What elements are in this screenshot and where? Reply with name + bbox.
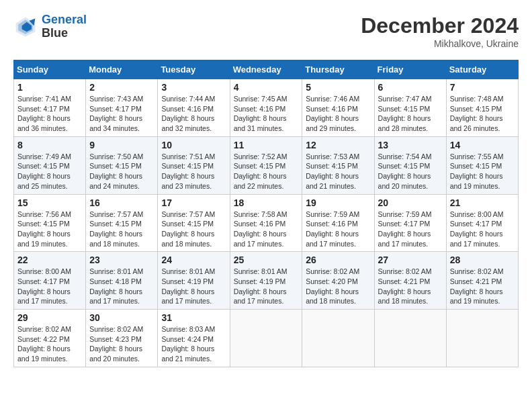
calendar-week-row: 22Sunrise: 8:00 AMSunset: 4:17 PMDayligh… [14, 252, 519, 310]
day-number: 15 [17, 197, 82, 208]
calendar-cell: 19Sunrise: 7:59 AMSunset: 4:16 PMDayligh… [302, 194, 374, 252]
day-info: Sunrise: 7:53 AMSunset: 4:15 PMDaylight:… [306, 152, 370, 191]
calendar-cell: 4Sunrise: 7:45 AMSunset: 4:16 PMDaylight… [230, 79, 302, 137]
day-info: Sunrise: 8:00 AMSunset: 4:17 PMDaylight:… [17, 267, 82, 306]
weekday-header: Sunday [14, 60, 86, 79]
title-block: December 2024 Mikhalkove, Ukraine [361, 13, 519, 49]
day-number: 4 [234, 82, 299, 93]
calendar-cell: 2Sunrise: 7:43 AMSunset: 4:17 PMDaylight… [86, 79, 158, 137]
day-number: 5 [306, 82, 370, 93]
day-number: 31 [161, 312, 226, 323]
page-header: General Blue December 2024 Mikhalkove, U… [13, 13, 519, 49]
day-number: 13 [378, 140, 443, 150]
day-number: 3 [161, 82, 226, 93]
calendar-cell: 1Sunrise: 7:41 AMSunset: 4:17 PMDaylight… [14, 79, 86, 137]
day-info: Sunrise: 7:57 AMSunset: 4:15 PMDaylight:… [161, 210, 226, 249]
day-number: 25 [234, 255, 299, 265]
month-title: December 2024 [361, 13, 519, 38]
calendar-cell: 20Sunrise: 7:59 AMSunset: 4:17 PMDayligh… [374, 194, 446, 252]
calendar-cell: 27Sunrise: 8:02 AMSunset: 4:21 PMDayligh… [374, 252, 446, 310]
calendar-cell: 7Sunrise: 7:48 AMSunset: 4:15 PMDaylight… [446, 79, 518, 137]
day-info: Sunrise: 8:00 AMSunset: 4:17 PMDaylight:… [450, 210, 515, 249]
day-info: Sunrise: 7:59 AMSunset: 4:17 PMDaylight:… [378, 210, 443, 249]
logo: General Blue [13, 13, 87, 40]
day-info: Sunrise: 7:54 AMSunset: 4:15 PMDaylight:… [378, 152, 443, 191]
calendar-cell: 6Sunrise: 7:47 AMSunset: 4:15 PMDaylight… [374, 79, 446, 137]
calendar-cell: 15Sunrise: 7:56 AMSunset: 4:15 PMDayligh… [14, 194, 86, 252]
location-subtitle: Mikhalkove, Ukraine [361, 38, 519, 49]
calendar-cell: 26Sunrise: 8:02 AMSunset: 4:20 PMDayligh… [302, 252, 374, 310]
day-number: 24 [161, 255, 226, 265]
day-info: Sunrise: 7:51 AMSunset: 4:15 PMDaylight:… [161, 152, 226, 191]
calendar-cell: 5Sunrise: 7:46 AMSunset: 4:16 PMDaylight… [302, 79, 374, 137]
day-number: 7 [450, 82, 515, 93]
calendar-week-row: 8Sunrise: 7:49 AMSunset: 4:15 PMDaylight… [14, 136, 519, 194]
day-number: 21 [450, 197, 515, 208]
calendar-cell: 22Sunrise: 8:00 AMSunset: 4:17 PMDayligh… [14, 252, 86, 310]
day-number: 22 [17, 255, 82, 265]
day-info: Sunrise: 7:50 AMSunset: 4:15 PMDaylight:… [89, 152, 154, 191]
day-info: Sunrise: 8:01 AMSunset: 4:19 PMDaylight:… [161, 267, 226, 306]
day-number: 20 [378, 197, 443, 208]
day-info: Sunrise: 8:02 AMSunset: 4:21 PMDaylight:… [378, 267, 443, 306]
day-info: Sunrise: 7:46 AMSunset: 4:16 PMDaylight:… [306, 94, 370, 134]
weekday-header: Thursday [302, 60, 374, 79]
calendar-cell: 24Sunrise: 8:01 AMSunset: 4:19 PMDayligh… [158, 252, 230, 310]
day-number: 14 [450, 140, 515, 150]
calendar-cell: 31Sunrise: 8:03 AMSunset: 4:24 PMDayligh… [158, 310, 230, 367]
day-number: 11 [234, 140, 299, 150]
day-number: 16 [89, 197, 154, 208]
day-info: Sunrise: 8:02 AMSunset: 4:22 PMDaylight:… [17, 324, 82, 364]
day-info: Sunrise: 7:56 AMSunset: 4:15 PMDaylight:… [17, 210, 82, 249]
calendar-cell: 30Sunrise: 8:02 AMSunset: 4:23 PMDayligh… [86, 310, 158, 367]
calendar-cell: 13Sunrise: 7:54 AMSunset: 4:15 PMDayligh… [374, 136, 446, 194]
logo-line1: General [42, 13, 87, 26]
calendar-cell [374, 310, 446, 367]
calendar-cell: 21Sunrise: 8:00 AMSunset: 4:17 PMDayligh… [446, 194, 518, 252]
calendar-cell: 25Sunrise: 8:01 AMSunset: 4:19 PMDayligh… [230, 252, 302, 310]
day-info: Sunrise: 7:48 AMSunset: 4:15 PMDaylight:… [450, 94, 515, 134]
day-number: 28 [450, 255, 515, 265]
day-number: 23 [89, 255, 154, 265]
day-number: 30 [89, 312, 154, 323]
day-info: Sunrise: 7:47 AMSunset: 4:15 PMDaylight:… [378, 94, 443, 134]
calendar-week-row: 1Sunrise: 7:41 AMSunset: 4:17 PMDaylight… [14, 79, 519, 137]
calendar-cell: 11Sunrise: 7:52 AMSunset: 4:15 PMDayligh… [230, 136, 302, 194]
day-info: Sunrise: 8:02 AMSunset: 4:20 PMDaylight:… [306, 267, 370, 306]
logo-icon [13, 15, 38, 39]
day-info: Sunrise: 7:59 AMSunset: 4:16 PMDaylight:… [306, 210, 370, 249]
day-number: 29 [17, 312, 82, 323]
calendar-cell [230, 310, 302, 367]
calendar-cell: 28Sunrise: 8:02 AMSunset: 4:21 PMDayligh… [446, 252, 518, 310]
day-info: Sunrise: 7:41 AMSunset: 4:17 PMDaylight:… [17, 94, 82, 134]
day-info: Sunrise: 8:01 AMSunset: 4:19 PMDaylight:… [234, 267, 299, 306]
day-number: 2 [89, 82, 154, 93]
calendar-cell: 10Sunrise: 7:51 AMSunset: 4:15 PMDayligh… [158, 136, 230, 194]
day-number: 6 [378, 82, 443, 93]
day-number: 26 [306, 255, 370, 265]
calendar-cell: 16Sunrise: 7:57 AMSunset: 4:15 PMDayligh… [86, 194, 158, 252]
weekday-header-row: SundayMondayTuesdayWednesdayThursdayFrid… [14, 60, 519, 79]
day-number: 8 [17, 140, 82, 150]
day-number: 9 [89, 140, 154, 150]
day-number: 1 [17, 82, 82, 93]
day-info: Sunrise: 8:01 AMSunset: 4:18 PMDaylight:… [89, 267, 154, 306]
day-info: Sunrise: 7:45 AMSunset: 4:16 PMDaylight:… [234, 94, 299, 134]
calendar-cell: 9Sunrise: 7:50 AMSunset: 4:15 PMDaylight… [86, 136, 158, 194]
calendar-cell: 8Sunrise: 7:49 AMSunset: 4:15 PMDaylight… [14, 136, 86, 194]
day-number: 27 [378, 255, 443, 265]
calendar-cell: 12Sunrise: 7:53 AMSunset: 4:15 PMDayligh… [302, 136, 374, 194]
day-info: Sunrise: 7:55 AMSunset: 4:15 PMDaylight:… [450, 152, 515, 191]
calendar-week-row: 29Sunrise: 8:02 AMSunset: 4:22 PMDayligh… [14, 310, 519, 367]
weekday-header: Friday [374, 60, 446, 79]
day-number: 17 [161, 197, 226, 208]
day-info: Sunrise: 7:58 AMSunset: 4:16 PMDaylight:… [234, 210, 299, 249]
day-number: 18 [234, 197, 299, 208]
calendar-cell: 29Sunrise: 8:02 AMSunset: 4:22 PMDayligh… [14, 310, 86, 367]
weekday-header: Monday [86, 60, 158, 79]
calendar-table: SundayMondayTuesdayWednesdayThursdayFrid… [13, 60, 519, 367]
day-number: 19 [306, 197, 370, 208]
day-info: Sunrise: 7:44 AMSunset: 4:16 PMDaylight:… [161, 94, 226, 134]
calendar-cell: 23Sunrise: 8:01 AMSunset: 4:18 PMDayligh… [86, 252, 158, 310]
day-info: Sunrise: 8:03 AMSunset: 4:24 PMDaylight:… [161, 324, 226, 364]
